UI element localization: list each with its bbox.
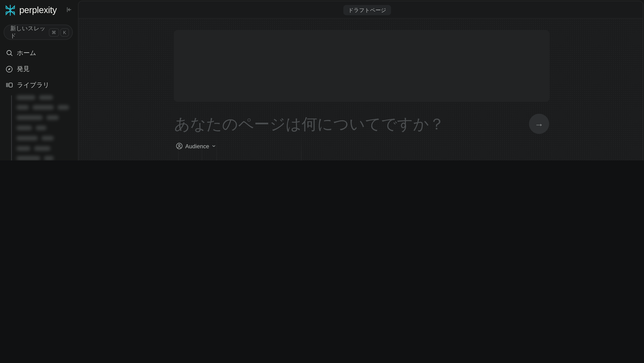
redacted-text-blob	[16, 126, 32, 130]
redacted-text-blob	[16, 146, 30, 150]
sidebar-item-home[interactable]: ホーム	[0, 45, 78, 61]
library-thread-redacted[interactable]	[16, 105, 69, 110]
app-window: perplexity 新しいスレッド ⌘ K ホーム	[0, 0, 644, 160]
draft-page-content: あなたのページは何についてですか？ → Audience ...についてのページ…	[78, 18, 643, 160]
arrow-right-icon: →	[534, 118, 544, 129]
new-thread-input[interactable]: 新しいスレッド ⌘ K	[4, 25, 72, 40]
chevron-down-icon	[212, 144, 216, 148]
redacted-text-blob	[46, 116, 59, 120]
perplexity-logo-icon	[4, 4, 16, 16]
redacted-text-blob	[32, 105, 54, 110]
new-thread-label: 新しいスレッド	[10, 25, 49, 40]
redacted-text-blob	[16, 105, 29, 110]
audience-label: Audience	[185, 143, 209, 149]
library-tree-line	[11, 95, 12, 160]
redacted-text-blob	[16, 136, 38, 140]
collapse-sidebar-icon[interactable]	[66, 6, 72, 13]
redacted-text-blob	[44, 156, 54, 160]
sidebar: perplexity 新しいスレッド ⌘ K ホーム	[0, 0, 78, 160]
redacted-text-blob	[42, 136, 54, 140]
redacted-text-blob	[16, 156, 40, 160]
sidebar-item-library[interactable]: ライブラリ	[0, 77, 78, 93]
library-thread-redacted[interactable]	[16, 115, 59, 121]
library-thread-redacted[interactable]	[16, 135, 54, 141]
audience-dropdown[interactable]: Audience	[176, 142, 216, 149]
library-icon	[5, 81, 13, 89]
sidebar-item-discover[interactable]: 発見	[0, 61, 78, 77]
redacted-text-blob	[16, 95, 36, 100]
page-topic-input[interactable]: あなたのページは何についてですか？	[174, 114, 527, 135]
library-thread-redacted[interactable]	[16, 94, 53, 100]
redacted-text-blob	[16, 116, 43, 120]
brand-wordmark: perplexity	[19, 5, 57, 16]
decor-vline	[301, 133, 302, 160]
sidebar-item-label: 発見	[17, 64, 30, 73]
redacted-text-blob	[39, 95, 53, 100]
top-bar: ドラフトページ	[78, 1, 643, 18]
library-thread-redacted[interactable]	[16, 146, 51, 151]
person-icon	[176, 142, 182, 149]
decor-vline	[216, 133, 217, 160]
brand-logo[interactable]: perplexity	[4, 4, 57, 16]
redacted-text-blob	[34, 146, 51, 150]
compass-icon	[5, 65, 13, 73]
redacted-text-blob	[36, 126, 46, 130]
library-thread-redacted[interactable]	[16, 156, 54, 160]
sidebar-item-label: ホーム	[17, 49, 36, 57]
search-icon	[5, 49, 13, 57]
sidebar-item-label: ライブラリ	[17, 81, 50, 90]
page-preview-placeholder	[174, 30, 550, 102]
library-thread-redacted[interactable]	[16, 125, 46, 131]
page-title: ドラフトページ	[344, 5, 391, 15]
main-panel: ドラフトページ あなたのページは何についてですか？ → Audience	[78, 1, 643, 160]
submit-button[interactable]: →	[529, 114, 549, 134]
shortcut-keys: ⌘ K	[49, 28, 69, 36]
command-key-badge: ⌘	[49, 28, 59, 36]
k-key-badge: K	[60, 28, 69, 36]
redacted-text-blob	[58, 105, 69, 110]
